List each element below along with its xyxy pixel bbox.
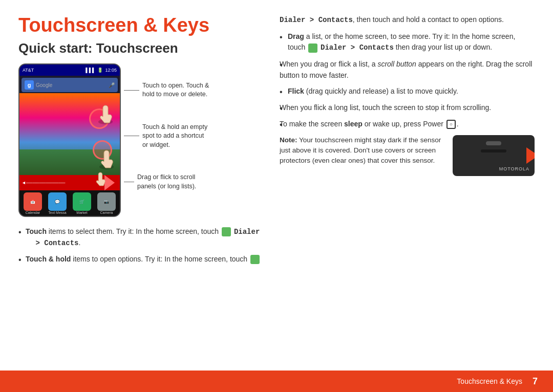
note-section: Note: Your touchscreen might stay dark i… (280, 135, 535, 176)
footer-text: Touchscreen & Keys (457, 377, 522, 385)
dialer-icon-2 (250, 255, 260, 264)
dialer-label-right: Dialer > Contacts (280, 16, 353, 24)
page: Touchscreen & Keys Quick start: Touchscr… (0, 0, 553, 392)
right-column: Dialer > Contacts, then touch and hold a… (280, 14, 535, 360)
phone-red-bar: ◄──────────── (19, 175, 120, 190)
callout-texts: Touch to open. Touch &hold to move or de… (124, 63, 264, 217)
motorola-lens (486, 141, 501, 145)
connector-line-1 (124, 90, 139, 91)
app-icon-camera: 📷 (97, 192, 116, 211)
power-btn-icon (446, 120, 456, 129)
note-text: Note: Your touchscreen might stay dark i… (280, 135, 446, 166)
phone-frame: AT&T ▌▌▌ 🔋 12:05 g Google 🎤 (18, 63, 121, 217)
right-intro: Dialer > Contacts, then touch and hold a… (280, 14, 535, 26)
dialer-icon-1 (222, 227, 231, 236)
phone-search-bar: g Google 🎤 (22, 78, 118, 92)
callout-text-1: Touch to open. Touch &hold to move or de… (142, 81, 209, 99)
note-label: Note: (280, 136, 297, 144)
bullet-bold-touch: Touch (26, 227, 47, 235)
dialer-label-1: Dialer (234, 228, 260, 236)
section-title: Quick start: Touchscreen (18, 40, 264, 56)
connector-line-2 (124, 136, 139, 136)
battery-icon: 🔋 (97, 68, 103, 73)
motorola-device: MOTOROLA (453, 135, 535, 176)
app-label-calendar: Calendar (24, 211, 42, 214)
scroll-text: When you drag or flick a list, a scroll … (280, 60, 532, 79)
phone-illustration-area: AT&T ▌▌▌ 🔋 12:05 g Google 🎤 (18, 63, 264, 217)
bullet-bold-touch-hold: Touch & hold (26, 255, 71, 263)
footer-page-number: 7 (533, 376, 538, 387)
touch-indicator-2 (93, 140, 112, 160)
callout-1: Touch to open. Touch &hold to move or de… (124, 81, 264, 99)
phone-page-dots (19, 216, 120, 217)
right-para-scroll: When you drag or flick a list, a scroll … (280, 59, 535, 81)
flick-label: Flick (288, 87, 304, 95)
dialer-icon-3 (308, 43, 317, 53)
motorola-logo: MOTOROLA (499, 166, 529, 173)
right-bullet-flick: Flick (drag quickly and release) a list … (280, 86, 535, 97)
app-icon-calendar: 📅 (24, 192, 42, 211)
callout-3: Drag or flick to scrollpanels (or long l… (124, 173, 264, 191)
hand-cursor-3 (93, 171, 108, 187)
carrier-label: AT&T (23, 68, 34, 73)
page-title: Touchscreen & Keys (18, 14, 264, 36)
right-bullet-list: Drag a list, or the home screen, to see … (280, 31, 535, 130)
right-text: Dialer > Contacts, then touch and hold a… (280, 14, 535, 176)
app-icon-market: 🛒 (73, 192, 91, 211)
phone-background (19, 93, 120, 175)
contacts-label-1: > Contacts (35, 239, 78, 247)
bullet-item-touch: Touch items to select them. Try it: In t… (18, 226, 264, 249)
mic-icon: 🎤 (109, 82, 115, 88)
main-content: Touchscreen & Keys Quick start: Touchscr… (0, 0, 553, 371)
bullet-item-touch-hold: Touch & hold items to open options. Try … (18, 254, 264, 265)
app-label-messages: Text Messa (48, 211, 67, 214)
phone-mockup: AT&T ▌▌▌ 🔋 12:05 g Google 🎤 (18, 63, 121, 217)
app-label-market: Market (73, 211, 91, 214)
sleep-text: To make the screen sleep or wake up, pre… (280, 120, 459, 128)
phone-status-bar: AT&T ▌▌▌ 🔋 12:05 (19, 64, 120, 76)
left-bullet-list: Touch items to select them. Try it: In t… (18, 226, 264, 265)
right-bullet-drag: Drag a list, or the home screen, to see … (280, 31, 535, 54)
drag-label: Drag (288, 32, 304, 40)
callout-text-2: Touch & hold an emptyspot to add a short… (142, 123, 207, 150)
motorola-speaker (481, 149, 506, 153)
connector-line-3 (124, 182, 134, 182)
right-para-flick: When you flick a long list, touch the sc… (280, 102, 535, 114)
left-column: Touchscreen & Keys Quick start: Touchscr… (18, 14, 264, 360)
flick-text: When you flick a long list, touch the sc… (280, 103, 491, 112)
callout-2: Touch & hold an emptyspot to add a short… (124, 123, 264, 150)
dialer-contacts-right: Dialer > Contacts (321, 43, 394, 52)
footer: Touchscreen & Keys 7 (0, 371, 553, 392)
touch-indicator-1 (89, 108, 110, 129)
callout-text-3: Drag or flick to scrollpanels (or long l… (137, 173, 196, 191)
signal-bars: ▌▌▌ (86, 68, 95, 73)
phone-app-icons: 📅 Calendar 💬 Text Messa 🛒 Market (19, 190, 120, 216)
search-text: Google (36, 82, 107, 88)
google-icon: g (25, 80, 34, 90)
app-label-camera: Camera (97, 211, 116, 214)
right-bullet-sleep: To make the screen sleep or wake up, pre… (280, 119, 535, 130)
app-icon-messages: 💬 (48, 192, 67, 211)
motorola-arrow (526, 147, 535, 164)
time-label: 12:05 (105, 68, 117, 73)
